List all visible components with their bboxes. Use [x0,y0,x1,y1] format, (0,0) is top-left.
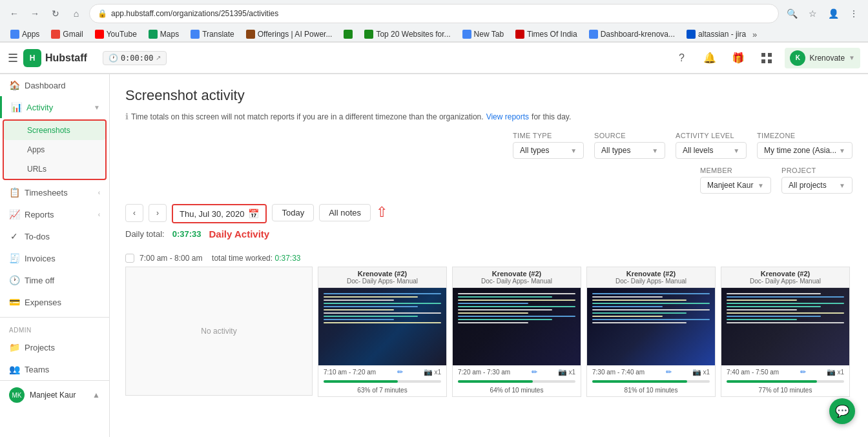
bookmarks-more[interactable]: » [752,30,757,39]
sidebar-item-timesheets[interactable]: 📋 Timesheets ‹ [0,181,109,203]
timer-display[interactable]: 🕐 0:00:00 ↗ [103,51,167,65]
time-block-checkbox[interactable] [125,254,134,263]
screenshot-2-progress [592,380,710,383]
prev-date-button[interactable]: ‹ [125,204,143,222]
date-input[interactable]: Thu, Jul 30, 2020 📅 [173,205,265,222]
sidebar-item-apps[interactable]: Apps [4,140,105,159]
activity-icon: 📊 [11,102,21,112]
reports-chevron-icon: ‹ [98,211,100,218]
notifications-button[interactable]: 🔔 [699,48,720,68]
screenshot-3-image[interactable] [721,288,849,365]
timezone-select[interactable]: My time zone (Asia... ▼ [757,142,852,159]
screenshot-1-edit-icon[interactable]: ✏ [532,368,537,376]
hubstaff-logo-icon: H [23,49,41,67]
code-line [458,296,552,298]
sidebar-item-screenshots[interactable]: Screenshots [4,121,105,140]
sidebar-todos-label: To-dos [25,232,100,241]
profile-button[interactable]: 👤 [824,5,842,23]
member-select[interactable]: Manjeet Kaur ▼ [700,177,771,194]
hamburger-menu-button[interactable]: ☰ [8,51,18,65]
timer-value: 0:00:00 [121,54,154,63]
code-line [324,319,394,320]
sidebar-user-footer[interactable]: MK Manjeet Kaur ▲ [0,380,109,409]
bookmark-apps[interactable]: Apps [5,28,45,40]
bookmark-youtube-label: YouTube [107,30,137,39]
screenshot-2-count-val: x1 [703,369,710,376]
member-filter: MEMBER Manjeet Kaur ▼ [700,167,771,194]
chat-button[interactable]: 💬 [829,398,855,424]
bookmark-gmail[interactable]: Gmail [46,28,88,40]
sidebar-item-dashboard[interactable]: 🏠 Dashboard [0,74,109,96]
user-org-name: Krenovate [809,54,845,63]
search-browser-button[interactable]: 🔍 [783,5,801,23]
screenshot-0-edit-icon[interactable]: ✏ [397,368,403,376]
extensions-button[interactable]: ⋮ [845,5,863,23]
back-button[interactable]: ← [5,5,23,23]
screenshot-2-img-inner [587,288,715,365]
source-select[interactable]: All types ▼ [594,142,665,159]
code-line [727,300,797,301]
bookmark-altassian[interactable]: altassian - jira [681,28,751,40]
activity-level-select[interactable]: All levels ▼ [676,142,747,159]
gifts-button[interactable]: 🎁 [728,48,749,68]
all-notes-button[interactable]: All notes [319,204,371,221]
forward-button[interactable]: → [26,5,44,23]
help-button[interactable]: ? [671,48,692,68]
screenshot-2-edit-icon[interactable]: ✏ [666,368,672,376]
bookmark-top20[interactable]: Top 20 Websites for... [359,28,455,40]
sidebar-user-avatar-initials: MK [12,392,22,399]
sidebar-teams-label: Teams [25,365,100,374]
sidebar-item-invoices[interactable]: 🧾 Invoices [0,247,109,269]
sidebar-item-teams[interactable]: 👥 Teams [0,358,109,380]
apps-grid-button[interactable] [756,48,777,68]
sidebar-item-timeoff[interactable]: 🕐 Time off [0,269,109,291]
youtube-bookmark-icon [95,30,104,39]
sidebar-item-projects[interactable]: 📁 Projects [0,336,109,358]
bookmark-dashboard[interactable]: Dashboard-krenova... [584,28,680,40]
bookmark-youtube[interactable]: YouTube [90,28,142,40]
screenshot-2-image[interactable] [587,288,715,365]
time-type-select[interactable]: All types ▼ [513,142,584,159]
bookmark-maps[interactable]: Maps [143,28,184,40]
screenshot-0-image[interactable] [318,288,446,365]
timesheets-icon: 📋 [9,187,19,198]
reload-button[interactable]: ↻ [46,5,65,23]
user-menu[interactable]: K Krenovate ▼ [785,48,860,68]
bookmark-offerings[interactable]: Offerings | AI Power... [241,28,338,40]
view-reports-link[interactable]: View reports [486,112,529,121]
sidebar-item-activity[interactable]: 📊 Activity ▼ [0,96,109,118]
bookmark-maps-label: Maps [160,30,179,39]
screenshot-2-task: Doc- Daily Apps- Manual [590,278,712,285]
code-line [458,293,575,294]
project-chevron: ▼ [839,182,845,189]
daily-activity-label: Daily Activity [209,229,270,239]
bookmark-newtab-label: New Tab [474,30,504,39]
bookmark-altassian-label: altassian - jira [698,30,746,39]
screenshot-3-edit-icon[interactable]: ✏ [800,368,806,376]
code-line [324,322,441,323]
screenshot-1-image[interactable] [453,288,581,365]
user-avatar-initials: K [796,54,800,61]
date-nav-container: ‹ › Thu, Jul 30, 2020 📅 Today All notes … [125,204,852,223]
home-button[interactable]: ⌂ [67,5,85,23]
project-select[interactable]: All projects ▼ [781,177,852,194]
bookmark-times[interactable]: Times Of India [510,28,583,40]
sidebar-item-expenses[interactable]: 💳 Expenses [0,291,109,313]
bookmark-star-button[interactable]: ☆ [803,5,822,23]
calendar-icon: 📅 [248,208,259,219]
code-line [727,303,844,304]
screenshot-0-footer: 7:10 am - 7:20 am ✏ 📷 x1 [318,365,446,379]
bookmark-hubstaff[interactable] [338,28,358,40]
today-button[interactable]: Today [272,204,314,221]
sidebar-item-todos[interactable]: ✓ To-dos [0,225,109,247]
no-activity-left: No activity [125,267,313,396]
source-chevron: ▼ [652,147,658,154]
code-line [727,296,844,298]
sidebar-item-reports[interactable]: 📈 Reports ‹ [0,203,109,225]
code-line [458,300,575,301]
next-date-button[interactable]: › [149,204,167,222]
sidebar-item-urls[interactable]: URLs [4,159,105,179]
bookmark-translate[interactable]: Translate [185,28,240,40]
bookmark-newtab[interactable]: New Tab [457,28,509,40]
address-bar[interactable]: 🔒 app.hubstaff.com/organizations/251395/… [89,4,779,23]
